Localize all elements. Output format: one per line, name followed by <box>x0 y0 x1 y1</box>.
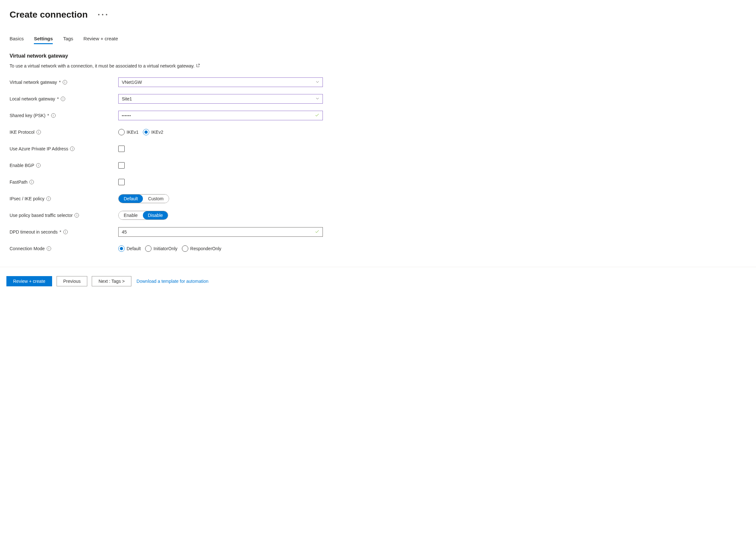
private-ip-checkbox[interactable] <box>118 145 125 152</box>
label-traffic-selector: Use policy based traffic selector <box>10 213 73 218</box>
label-local-gateway: Local network gateway <box>10 96 55 101</box>
info-icon[interactable]: i <box>36 130 41 134</box>
pill-ipsec-default[interactable]: Default <box>119 194 143 203</box>
chevron-down-icon <box>316 96 319 101</box>
traffic-selector-toggle: Enable Disable <box>118 211 168 220</box>
vnet-gateway-select[interactable]: VNet1GW <box>118 77 323 87</box>
label-private-ip: Use Azure Private IP Address <box>10 146 68 151</box>
dpd-timeout-input[interactable]: 45 <box>118 227 323 237</box>
next-button[interactable]: Next : Tags > <box>92 276 131 286</box>
required-indicator: * <box>59 229 61 234</box>
radio-icon <box>118 245 125 252</box>
tab-basics[interactable]: Basics <box>10 36 24 44</box>
tab-tags[interactable]: Tags <box>63 36 73 44</box>
info-icon[interactable]: i <box>63 80 67 84</box>
label-vnet-gateway: Virtual network gateway <box>10 80 57 85</box>
radio-icon <box>182 245 188 252</box>
info-icon[interactable]: i <box>29 180 34 184</box>
label-ipsec-policy: IPsec / IKE policy <box>10 196 44 201</box>
pill-traffic-enable[interactable]: Enable <box>119 211 143 219</box>
info-icon[interactable]: i <box>51 113 56 118</box>
local-gateway-select[interactable]: Site1 <box>118 94 323 104</box>
enable-bgp-checkbox[interactable] <box>118 162 125 169</box>
more-actions-icon[interactable]: • • • <box>98 12 108 18</box>
radio-label-mode-responder: ResponderOnly <box>190 246 221 251</box>
radio-ikev1[interactable]: IKEv1 <box>118 129 138 135</box>
label-dpd-timeout: DPD timeout in seconds <box>10 229 58 234</box>
tab-review-create[interactable]: Review + create <box>83 36 118 44</box>
tab-bar: Basics Settings Tags Review + create <box>10 36 746 44</box>
shared-key-value: •••••• <box>122 114 131 117</box>
radio-label-ikev2: IKEv2 <box>151 129 163 135</box>
ipsec-policy-toggle: Default Custom <box>118 194 169 203</box>
radio-icon <box>118 129 125 135</box>
download-template-link[interactable]: Download a template for automation <box>136 279 208 284</box>
info-icon[interactable]: i <box>46 196 51 201</box>
fastpath-checkbox[interactable] <box>118 179 125 185</box>
vnet-gateway-value: VNet1GW <box>122 80 142 85</box>
radio-ikev2[interactable]: IKEv2 <box>143 129 163 135</box>
pill-traffic-disable[interactable]: Disable <box>143 211 168 219</box>
radio-icon <box>145 245 152 252</box>
page-title: Create connection <box>10 10 88 20</box>
info-icon[interactable]: i <box>63 230 68 234</box>
checkmark-icon <box>315 229 319 235</box>
radio-label-ikev1: IKEv1 <box>127 129 138 135</box>
radio-icon <box>143 129 149 135</box>
pill-ipsec-custom[interactable]: Custom <box>143 194 168 203</box>
checkmark-icon <box>315 113 319 118</box>
section-heading: Virtual network gateway <box>10 53 746 59</box>
previous-button[interactable]: Previous <box>57 276 87 286</box>
radio-label-mode-initiator: InitiatorOnly <box>153 246 177 251</box>
label-fastpath: FastPath <box>10 179 27 184</box>
radio-mode-default[interactable]: Default <box>118 245 141 252</box>
info-icon[interactable]: i <box>61 97 65 101</box>
label-enable-bgp: Enable BGP <box>10 163 34 168</box>
required-indicator: * <box>57 96 58 101</box>
label-shared-key: Shared key (PSK) <box>10 113 45 118</box>
dpd-timeout-value: 45 <box>122 229 127 234</box>
radio-mode-initiator[interactable]: InitiatorOnly <box>145 245 177 252</box>
info-icon[interactable]: i <box>47 246 51 251</box>
section-description: To use a virtual network with a connecti… <box>10 63 746 68</box>
info-icon[interactable]: i <box>74 213 79 217</box>
radio-label-mode-default: Default <box>127 246 141 251</box>
tab-settings[interactable]: Settings <box>34 36 53 44</box>
shared-key-input[interactable]: •••••• <box>118 111 323 120</box>
info-icon[interactable]: i <box>70 146 74 151</box>
external-link-icon[interactable] <box>196 63 200 68</box>
label-ike-protocol: IKE Protocol <box>10 129 35 135</box>
required-indicator: * <box>59 80 60 85</box>
radio-mode-responder[interactable]: ResponderOnly <box>182 245 221 252</box>
local-gateway-value: Site1 <box>122 96 132 101</box>
chevron-down-icon <box>316 80 319 85</box>
label-connection-mode: Connection Mode <box>10 246 45 251</box>
footer-bar: Review + create Previous Next : Tags > D… <box>0 267 756 295</box>
required-indicator: * <box>47 113 49 118</box>
review-create-button[interactable]: Review + create <box>6 276 52 286</box>
section-description-text: To use a virtual network with a connecti… <box>10 63 195 68</box>
info-icon[interactable]: i <box>36 163 41 168</box>
